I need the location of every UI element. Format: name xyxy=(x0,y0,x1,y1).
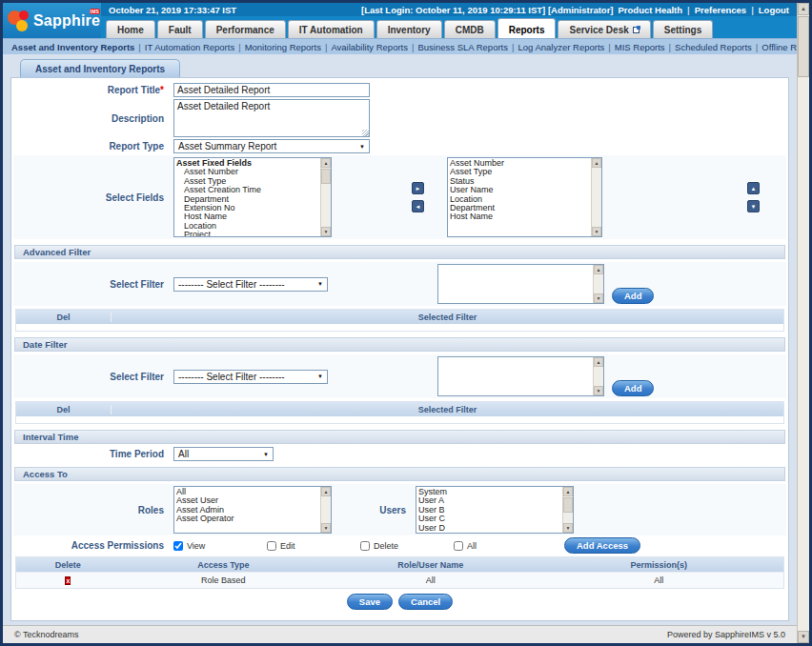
all-checkbox[interactable] xyxy=(454,541,463,551)
date-select-filter-dropdown[interactable]: -------- Select Filter -------- ▼ xyxy=(173,370,328,384)
move-down-button[interactable]: ▼ xyxy=(747,200,760,212)
separator: | xyxy=(325,42,327,52)
resize-handle-icon[interactable] xyxy=(362,130,369,136)
access-to-section-header: Access To xyxy=(14,467,785,481)
col-header-del: Del xyxy=(16,313,112,322)
delete-row-icon[interactable]: x xyxy=(65,576,71,585)
footer: © Tecknodreams Powered by SapphireIMS v … xyxy=(3,625,797,643)
last-login-text: [Last Login: October 11, 2019 10:29:11 I… xyxy=(361,5,613,15)
product-health-link[interactable]: Product Health xyxy=(619,5,683,15)
tab-reports[interactable]: Reports xyxy=(497,18,557,38)
table-row: x Role Based All All xyxy=(16,572,783,588)
tab-performance[interactable]: Performance xyxy=(205,20,286,38)
preferences-link[interactable]: Preferences xyxy=(695,5,746,15)
tab-service-desk[interactable]: Service Desk xyxy=(558,20,650,38)
scroll-up-icon[interactable]: ▲ xyxy=(798,3,809,15)
listbox-scrollbar[interactable]: ▲ ▼ xyxy=(591,158,601,236)
subnav-availability-reports[interactable]: Availability Reports xyxy=(331,42,408,52)
role-user-name-cell: All xyxy=(327,575,534,585)
scroll-up-icon[interactable]: ▲ xyxy=(594,357,603,367)
scroll-up-icon[interactable]: ▲ xyxy=(321,158,331,168)
scroll-down-icon[interactable]: ▼ xyxy=(563,523,573,533)
edit-checkbox-label: Edit xyxy=(280,541,295,551)
scrollbar-thumb[interactable] xyxy=(563,497,573,513)
listbox-scrollbar[interactable]: ▲ ▼ xyxy=(320,487,331,533)
scroll-down-icon[interactable]: ▼ xyxy=(798,631,809,643)
scroll-up-icon[interactable]: ▲ xyxy=(594,265,603,274)
listbox-option[interactable]: User D xyxy=(418,524,562,533)
move-up-button[interactable]: ▲ xyxy=(747,182,760,194)
move-left-button[interactable]: ◄ xyxy=(412,200,424,212)
available-fields-listbox[interactable]: Asset Fixed Fields Asset Number Asset Ty… xyxy=(173,157,332,237)
delete-checkbox[interactable] xyxy=(360,541,370,551)
subnav-monitoring-reports[interactable]: Monitoring Reports xyxy=(245,42,321,52)
tab-inventory[interactable]: Inventory xyxy=(376,20,442,38)
save-button[interactable]: Save xyxy=(347,594,393,610)
separator: | xyxy=(412,42,414,52)
scrollbar-thumb[interactable] xyxy=(798,16,809,77)
header: SapphireIMS October 21, 2019 17:33:47 IS… xyxy=(3,3,797,38)
listbox-scrollbar[interactable]: ▲ ▼ xyxy=(320,158,331,236)
scrollbar-thumb[interactable] xyxy=(321,169,331,184)
subnav-log-analyzer-reports[interactable]: Log Analyzer Reports xyxy=(518,42,604,52)
scroll-down-icon[interactable]: ▼ xyxy=(592,227,601,236)
scroll-down-icon[interactable]: ▼ xyxy=(321,227,331,236)
page-tab-asset-inventory-reports[interactable]: Asset and Inventory Reports xyxy=(20,59,180,77)
report-type-select[interactable]: Asset Summary Report ▼ xyxy=(173,139,370,153)
col-header-del: Del xyxy=(16,405,112,414)
report-title-input[interactable] xyxy=(173,83,370,97)
listbox-option[interactable]: Asset Operator xyxy=(176,515,320,523)
page-scrollbar[interactable]: ▲ ▼ xyxy=(797,3,809,643)
subnav-offline-reports[interactable]: Offline Reports xyxy=(761,42,797,52)
advanced-filter-listbox[interactable]: ▲ ▼ xyxy=(437,264,604,304)
scroll-up-icon[interactable]: ▲ xyxy=(592,158,601,168)
move-right-button[interactable]: ► xyxy=(412,182,424,194)
logo-ims-badge: IMS xyxy=(90,9,101,14)
listbox-scrollbar[interactable]: ▲ ▼ xyxy=(593,357,603,395)
scroll-down-icon[interactable]: ▼ xyxy=(321,523,331,533)
subnav-mis-reports[interactable]: MIS Reports xyxy=(615,42,665,52)
chevron-down-icon: ▼ xyxy=(317,373,323,379)
select-fields-label: Select Fields xyxy=(13,192,173,203)
subnav-scheduled-reports[interactable]: Scheduled Reports xyxy=(675,42,752,52)
tab-settings[interactable]: Settings xyxy=(653,20,713,38)
advanced-select-filter-dropdown[interactable]: -------- Select Filter -------- ▼ xyxy=(173,277,328,292)
current-datetime: October 21, 2019 17:33:47 IST xyxy=(109,5,236,15)
advanced-filter-add-button[interactable]: Add xyxy=(612,288,654,304)
subnav-asset-inventory-reports[interactable]: Asset and Inventory Reports xyxy=(11,42,134,52)
scroll-down-icon[interactable]: ▼ xyxy=(594,293,603,303)
tab-cmdb[interactable]: CMDB xyxy=(444,20,496,38)
view-checkbox[interactable] xyxy=(173,541,183,551)
date-filter-listbox[interactable]: ▲ ▼ xyxy=(437,356,604,396)
listbox-scrollbar[interactable]: ▲ ▼ xyxy=(593,265,603,303)
interval-time-section-header: Interval Time xyxy=(14,430,785,444)
listbox-option[interactable]: Host Name xyxy=(450,212,591,221)
tab-fault[interactable]: Fault xyxy=(157,20,203,38)
advanced-select-filter-label: Select Filter xyxy=(13,279,173,290)
subnav-business-sla-reports[interactable]: Business SLA Reports xyxy=(417,42,508,52)
tab-home[interactable]: Home xyxy=(106,20,155,38)
scroll-down-icon[interactable]: ▼ xyxy=(594,386,603,395)
chevron-down-icon: ▼ xyxy=(263,452,269,457)
listbox-scrollbar[interactable]: ▲ ▼ xyxy=(562,487,573,533)
date-filter-add-button[interactable]: Add xyxy=(612,380,654,396)
add-access-button[interactable]: Add Access xyxy=(564,537,640,554)
scroll-up-icon[interactable]: ▲ xyxy=(321,487,331,496)
roles-listbox[interactable]: All Asset User Asset Admin Asset Operato… xyxy=(173,486,332,534)
access-table: Delete Access Type Role/User Name Permis… xyxy=(15,556,784,589)
selected-fields-listbox[interactable]: Asset Number Asset Type Status User Name… xyxy=(447,157,602,237)
cancel-button[interactable]: Cancel xyxy=(398,594,453,610)
subnav-it-automation-reports[interactable]: IT Automation Reports xyxy=(145,42,234,52)
description-textarea[interactable]: Asset Detailed Report xyxy=(173,99,370,137)
time-period-select[interactable]: All ▼ xyxy=(173,447,274,461)
tab-it-automation[interactable]: IT Automation xyxy=(288,20,375,38)
users-listbox[interactable]: System User A User B User C User D ▲ ▼ xyxy=(416,486,574,534)
time-period-label: Time Period xyxy=(13,449,173,459)
scroll-up-icon[interactable]: ▲ xyxy=(563,487,573,496)
edit-checkbox[interactable] xyxy=(267,541,276,551)
logout-link[interactable]: Logout xyxy=(759,5,789,15)
delete-checkbox-group: Delete xyxy=(360,541,454,551)
col-header-selected-filter: Selected Filter xyxy=(112,313,783,322)
advanced-filter-table: Del Selected Filter xyxy=(15,309,784,332)
listbox-option[interactable]: Project xyxy=(176,231,320,236)
